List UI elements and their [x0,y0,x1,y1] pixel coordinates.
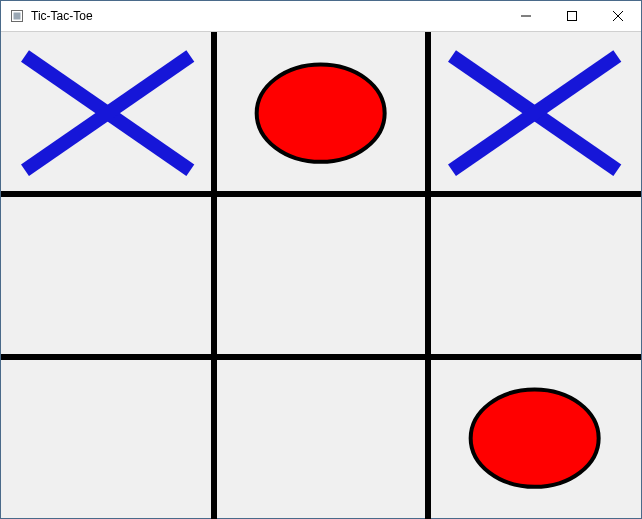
board-cell-2-2[interactable] [428,357,641,519]
mark-x-icon [1,32,214,194]
board-cell-1-0[interactable] [1,194,214,356]
board-cell-0-0[interactable] [1,32,214,194]
board-cell-0-2[interactable] [428,32,641,194]
svg-rect-3 [568,12,577,21]
maximize-icon [567,11,577,21]
window-title: Tic-Tac-Toe [31,9,93,23]
app-window: Tic-Tac-Toe [0,0,642,519]
mark-o-icon [214,32,427,194]
app-icon [9,8,25,24]
minimize-icon [521,11,531,21]
game-client-area [1,32,641,518]
svg-point-11 [470,389,598,486]
board-cell-1-1[interactable] [214,194,427,356]
board-cell-1-2[interactable] [428,194,641,356]
svg-rect-1 [14,13,21,20]
mark-x-icon [428,32,641,194]
svg-point-8 [257,64,385,161]
titlebar: Tic-Tac-Toe [1,1,641,32]
minimize-button[interactable] [503,1,549,31]
board-cell-2-1[interactable] [214,357,427,519]
game-board [1,32,641,518]
close-button[interactable] [595,1,641,31]
board-cell-2-0[interactable] [1,357,214,519]
mark-o-icon [428,357,641,519]
maximize-button[interactable] [549,1,595,31]
board-cell-0-1[interactable] [214,32,427,194]
close-icon [613,11,623,21]
